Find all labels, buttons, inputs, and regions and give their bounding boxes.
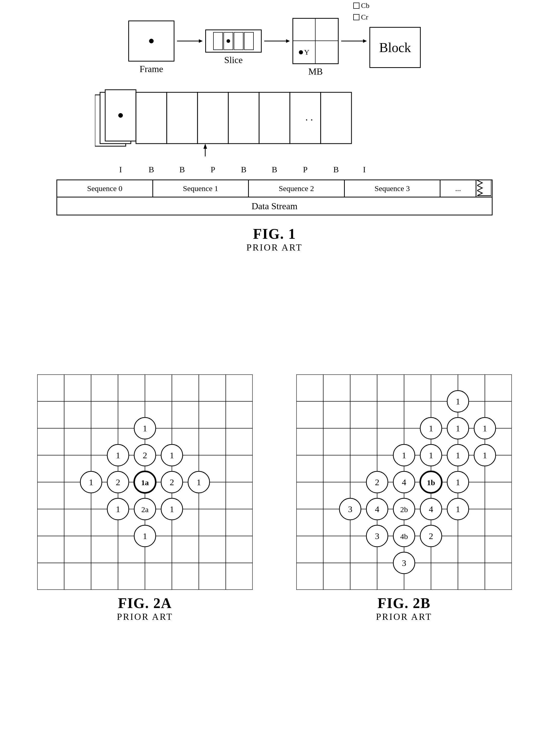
svg-rect-10 [136,92,167,144]
svg-text:2: 2 [375,478,380,487]
mb-box: Y [293,18,339,64]
seq-1: Sequence 1 [153,180,249,197]
frame-type-P2: P [290,165,321,174]
mb-cell-br [316,41,338,63]
block-box: Block [370,27,421,68]
frame-type-B1: B [136,165,167,174]
cr-text: Cr [361,12,368,23]
fig2b-title: FIG. 2B [376,595,432,611]
slice-cell-1 [213,32,223,50]
frame-label: Frame [139,64,163,74]
fig2a-caption: FIG. 2A PRIOR ART [117,595,173,622]
svg-text:1: 1 [483,424,487,433]
torn-edge [476,180,492,197]
seq-3: Sequence 3 [345,180,441,197]
fig2-area: 1 1 2 1 1 2 [0,374,549,622]
svg-text:4b: 4b [400,532,408,541]
svg-text:1: 1 [483,451,487,460]
svg-text:2: 2 [429,531,433,541]
svg-text:3: 3 [348,504,353,514]
cr-label-row: Cr [353,12,370,23]
data-stream-row: Data Stream [56,197,493,215]
fig2a-grid: 1 1 2 1 1 2 [37,374,253,590]
frame-type-B4: B [259,165,290,174]
seq-dots: ... [441,180,476,197]
mb-cell-bl: Y [293,41,316,63]
slice-cell-4 [244,32,254,50]
slice-cell-3 [234,32,243,50]
frame-type-B2: B [167,165,197,174]
slice-box [205,29,262,53]
seq-0: Sequence 0 [57,180,153,197]
film-frames-svg: . . [95,87,377,164]
hierarchy-item-mb: Cb Cr Y [293,18,339,77]
fig1-subtitle: PRIOR ART [246,242,303,253]
fig2b-grid-svg: 1 1 1 1 1 1 [296,374,512,590]
frame-dot [149,39,154,43]
svg-text:1: 1 [456,424,460,433]
frame-type-B5: B [321,165,352,174]
mb-cell-tr [316,19,338,41]
svg-rect-13 [228,92,259,144]
svg-rect-16 [321,92,352,144]
hierarchy-item-slice: Slice [205,29,262,65]
svg-marker-19 [203,144,207,149]
svg-text:1: 1 [116,504,120,514]
svg-marker-3 [286,39,290,43]
sequence-area: Sequence 0 Sequence 1 Sequence 2 Sequenc… [56,180,493,215]
svg-text:1: 1 [456,478,460,487]
mb-dot [299,50,303,54]
svg-text:2b: 2b [400,505,408,514]
fig2a-title: FIG. 2A [117,595,173,611]
fig1-caption: FIG. 1 PRIOR ART [246,226,303,253]
svg-text:4: 4 [375,504,380,514]
fig2a-item: 1 1 2 1 1 2 [37,374,253,622]
svg-text:1: 1 [456,451,460,460]
mb-cb-cr-labels: Cb Cr [353,0,370,23]
svg-text:1: 1 [116,451,120,460]
svg-text:4: 4 [429,504,433,514]
svg-text:1: 1 [143,424,147,433]
svg-text:1: 1 [170,504,174,514]
svg-text:1: 1 [429,424,433,433]
svg-text:2a: 2a [141,505,148,514]
svg-point-9 [118,113,123,118]
hierarchy-item-frame: Frame [128,21,174,74]
mb-label: MB [309,66,323,77]
fig1-title: FIG. 1 [246,226,303,242]
svg-text:2: 2 [143,451,147,460]
cb-text: Cb [361,0,370,12]
svg-text:1: 1 [402,451,406,460]
hierarchy-item-block: Block [370,27,421,68]
seq-2: Sequence 2 [249,180,345,197]
frame-type-I1: I [105,165,136,174]
sequence-row: Sequence 0 Sequence 1 Sequence 2 Sequenc… [56,180,493,197]
svg-text:1: 1 [89,478,93,487]
svg-text:1: 1 [143,531,147,541]
arrow-frame-to-slice [177,37,203,45]
fig2a-grid-svg: 1 1 2 1 1 2 [37,374,253,590]
svg-text:2: 2 [116,478,120,487]
frame-type-I2: I [352,165,377,174]
cb-label-row: Cb [353,0,370,12]
slice-dot [226,39,230,43]
svg-text:1a: 1a [141,478,149,487]
svg-marker-5 [363,39,367,43]
arrow-slice-to-mb [264,37,290,45]
svg-text:2: 2 [170,478,174,487]
svg-rect-14 [259,92,290,144]
mb-cell-tl [293,19,316,41]
svg-text:1: 1 [197,478,201,487]
svg-text:. .: . . [305,111,313,123]
svg-text:3: 3 [402,558,406,568]
svg-text:1: 1 [429,451,433,460]
slice-label: Slice [224,55,243,65]
fig2b-grid: 1 1 1 1 1 1 [296,374,512,590]
frame-type-labels: I B B P B B P B I [105,165,377,174]
svg-marker-1 [199,39,203,43]
film-frames-area: . . I B B P B B P B I [95,87,403,174]
svg-text:3: 3 [375,531,380,541]
svg-text:1: 1 [170,451,174,460]
svg-rect-11 [167,92,197,144]
svg-text:1: 1 [456,504,460,514]
